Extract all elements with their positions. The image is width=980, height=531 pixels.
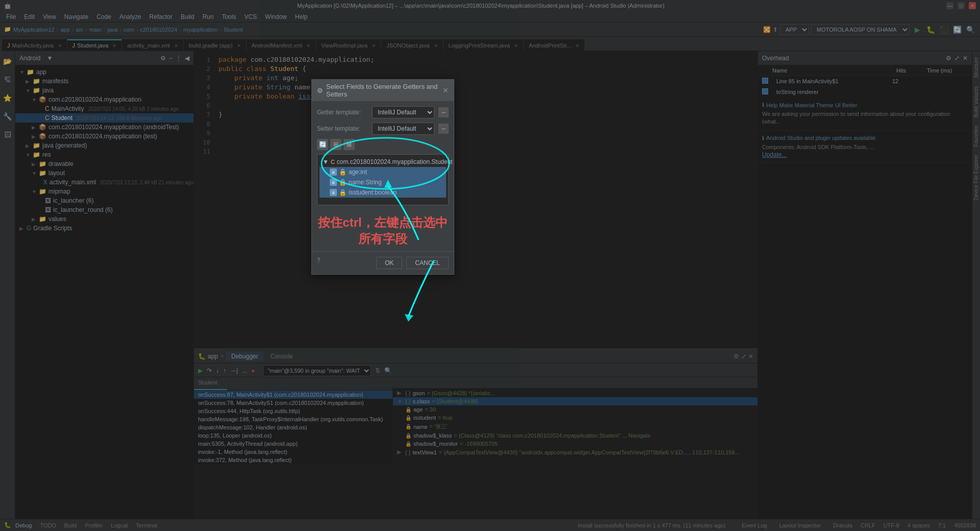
setter-row: Setter template: IntelliJ Default −	[317, 123, 449, 135]
modal-title: Select Fields to Generate Getters and Se…	[326, 83, 443, 98]
modal-dialog: ⚙ Select Fields to Generate Getters and …	[311, 79, 454, 275]
annotation-svg	[0, 0, 980, 531]
modal-title-bar: ⚙ Select Fields to Generate Getters and …	[312, 80, 454, 101]
refresh-icon[interactable]: 🔄	[317, 139, 328, 150]
field-icon: a	[330, 179, 337, 186]
getter-row: Getter template: IntelliJ Default −	[317, 106, 449, 118]
field-age-name: age:int	[349, 168, 367, 176]
field-icon: a	[330, 168, 337, 176]
lock-icon: 🔒	[339, 179, 347, 186]
getter-label: Getter template:	[317, 109, 368, 116]
setter-minus-button[interactable]: −	[438, 124, 449, 134]
getter-select[interactable]: IntelliJ Default	[372, 106, 434, 118]
modal-field-tree: ▼ C com.c20180102024.myapplication.Stude…	[317, 154, 449, 205]
setter-label: Setter template:	[317, 125, 368, 132]
modal-tree-name[interactable]: a 🔒 name:String	[320, 177, 446, 187]
annotation-text: 按住ctrl，左键点击选中所有字段	[316, 214, 450, 247]
getter-minus-button[interactable]: −	[438, 107, 449, 117]
modal-close-button[interactable]: ✕	[443, 86, 449, 94]
modal-body: Getter template: IntelliJ Default − Sett…	[312, 101, 454, 210]
annotation-container: 按住ctrl，左键点击选中所有字段	[312, 210, 454, 251]
collapse-all-icon[interactable]: ⊠	[344, 139, 355, 150]
field-isstudent-name: isstudent:boolean	[349, 189, 397, 196]
tree-class-icon: C	[331, 159, 335, 165]
tree-tools: 🔄 ⊞ ⊠	[317, 139, 449, 150]
lock-icon: 🔒	[339, 189, 347, 196]
setter-select[interactable]: IntelliJ Default	[372, 123, 434, 135]
lock-icon: 🔒	[339, 168, 347, 176]
tree-class-name: com.c20180102024.myapplication.Student	[337, 158, 453, 165]
field-name-name: name:String	[349, 179, 382, 186]
svg-marker-1	[405, 314, 413, 322]
modal-gear-icon: ⚙	[317, 87, 323, 94]
modal-tree-age[interactable]: a 🔒 age:int	[320, 167, 446, 177]
cancel-button[interactable]: CANCEL	[406, 257, 449, 269]
field-icon: a	[330, 189, 337, 196]
modal-tree-isstudent[interactable]: a 🔒 isstudent:boolean	[320, 187, 446, 198]
modal-overlay: ⚙ Select Fields to Generate Getters and …	[0, 0, 980, 531]
expand-all-icon[interactable]: ⊞	[330, 139, 341, 150]
ok-button[interactable]: OK	[376, 257, 402, 269]
modal-tree-class[interactable]: ▼ C com.c20180102024.myapplication.Stude…	[320, 157, 446, 167]
help-icon[interactable]: ?	[317, 257, 321, 269]
tree-expand-icon: ▼	[323, 158, 329, 165]
modal-footer: ? OK CANCEL	[312, 251, 454, 274]
